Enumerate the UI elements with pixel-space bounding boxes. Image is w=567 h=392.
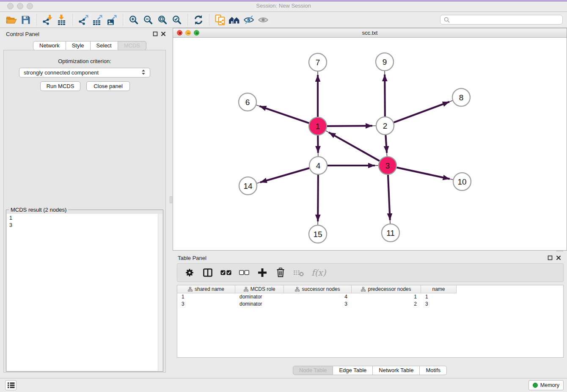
table-tab-node-table[interactable]: Node Table xyxy=(293,366,333,375)
home-button[interactable] xyxy=(227,13,242,27)
column-header-name[interactable]: name xyxy=(421,285,457,293)
table-tab-network-table[interactable]: Network Table xyxy=(372,366,420,375)
clone-network-button[interactable] xyxy=(213,13,227,27)
edge-1-6[interactable] xyxy=(259,106,309,123)
refresh-button[interactable] xyxy=(191,13,206,27)
cell-predecessor-nodes[interactable]: 1 xyxy=(352,293,421,301)
zoom-selected-button[interactable] xyxy=(170,13,184,27)
select-all-button[interactable] xyxy=(220,266,231,279)
mcds-result-textarea[interactable]: 13 xyxy=(7,214,162,371)
node-14[interactable]: 14 xyxy=(239,177,257,195)
svg-text:3: 3 xyxy=(385,161,390,170)
network-canvas[interactable]: 1234678910111415 xyxy=(173,38,567,250)
node-3[interactable]: 3 xyxy=(379,157,396,174)
tab-style[interactable]: Style xyxy=(66,41,91,50)
float-panel-button[interactable] xyxy=(152,31,158,37)
cell-name[interactable]: 3 xyxy=(421,301,457,308)
function-builder-button[interactable]: f(x) xyxy=(311,266,326,279)
zoom-out-button[interactable] xyxy=(141,13,155,27)
import-table-button[interactable] xyxy=(55,13,69,27)
search-input[interactable] xyxy=(452,17,559,23)
node-7[interactable]: 7 xyxy=(309,53,327,71)
column-header-mcds-role[interactable]: MCDS role xyxy=(235,285,284,293)
edge-3-11[interactable] xyxy=(388,175,390,220)
open-session-button[interactable] xyxy=(4,13,19,27)
tab-network[interactable]: Network xyxy=(33,41,66,50)
hide-panels-button[interactable] xyxy=(242,13,256,27)
tab-mcds[interactable]: MCDS xyxy=(118,41,146,50)
search-field[interactable] xyxy=(440,15,563,25)
export-image-button[interactable] xyxy=(105,13,119,27)
show-panels-button[interactable] xyxy=(256,13,270,27)
delete-table-icon xyxy=(293,268,304,277)
run-mcds-button[interactable]: Run MCDS xyxy=(40,81,80,91)
table-tab-motifs[interactable]: Motifs xyxy=(419,366,447,375)
node-4[interactable]: 4 xyxy=(309,157,327,174)
network-title: scc.txt xyxy=(173,30,567,36)
table-float-button[interactable] xyxy=(547,255,553,261)
zoom-fit-button[interactable] xyxy=(155,13,170,27)
add-column-button[interactable] xyxy=(257,266,268,279)
search-icon xyxy=(444,17,450,23)
network-window-titlebar[interactable]: scc.txt xyxy=(173,28,567,38)
table-row[interactable]: 1dominator411 xyxy=(177,293,563,301)
float-icon xyxy=(547,255,553,261)
network-graph[interactable]: 1234678910111415 xyxy=(173,38,567,251)
zoom-in-button[interactable] xyxy=(127,13,141,27)
edge-2-3[interactable] xyxy=(385,135,387,153)
column-header-shared-name[interactable]: shared name xyxy=(177,285,235,293)
edge-2-9[interactable] xyxy=(385,75,385,116)
node-2[interactable]: 2 xyxy=(376,117,394,135)
node-9[interactable]: 9 xyxy=(376,53,394,71)
deselect-all-button[interactable] xyxy=(239,266,250,279)
show-column-panel-button[interactable] xyxy=(202,266,213,279)
save-session-button[interactable] xyxy=(19,13,33,27)
edge-3-10[interactable] xyxy=(397,168,450,179)
export-table-button[interactable] xyxy=(91,13,105,27)
cell-predecessor-nodes[interactable]: 2 xyxy=(352,301,421,308)
node-6[interactable]: 6 xyxy=(239,93,256,111)
node-11[interactable]: 11 xyxy=(382,224,399,242)
tab-select[interactable]: Select xyxy=(90,41,118,50)
table-row[interactable]: 3dominator323 xyxy=(177,301,563,308)
node-1[interactable]: 1 xyxy=(309,117,327,135)
edge-4-15[interactable] xyxy=(318,175,318,221)
splitter-grip[interactable] xyxy=(170,196,172,203)
edge-3-1[interactable] xyxy=(329,133,380,161)
node-8[interactable]: 8 xyxy=(452,88,470,106)
cell-name[interactable]: 1 xyxy=(421,293,457,301)
memory-button[interactable]: Memory xyxy=(528,380,564,390)
criterion-dropdown[interactable]: strongly connected component xyxy=(19,68,150,77)
export-network-button[interactable] xyxy=(76,13,91,27)
cell-mcds-role[interactable]: dominator xyxy=(235,293,284,301)
node-10[interactable]: 10 xyxy=(453,173,471,190)
delete-table-button[interactable] xyxy=(293,266,304,279)
checked-boxes-icon xyxy=(220,270,231,276)
edge-1-2[interactable] xyxy=(327,126,372,126)
cell-successor-nodes[interactable]: 4 xyxy=(284,293,352,301)
vertical-splitter[interactable] xyxy=(169,28,173,373)
edge-4-14[interactable] xyxy=(260,168,309,182)
criterion-value: strongly connected component xyxy=(24,69,99,76)
cell-successor-nodes[interactable]: 3 xyxy=(284,301,352,308)
table-tab-edge-table[interactable]: Edge Table xyxy=(333,366,373,375)
cell-mcds-role[interactable]: dominator xyxy=(235,301,284,308)
close-panel-action-button[interactable]: Close panel xyxy=(86,81,130,91)
table-settings-button[interactable] xyxy=(184,266,195,279)
cell-shared-name[interactable]: 1 xyxy=(177,293,235,301)
node-15[interactable]: 15 xyxy=(309,225,327,243)
delete-column-button[interactable] xyxy=(275,266,286,279)
network-view-window: scc.txt 1234678910111415 xyxy=(173,28,567,251)
edge-2-8[interactable] xyxy=(394,102,449,122)
close-panel-button[interactable] xyxy=(160,31,166,37)
task-history-button[interactable] xyxy=(5,380,17,390)
gear-icon xyxy=(184,268,195,278)
table-close-button[interactable] xyxy=(556,255,561,261)
refresh-icon xyxy=(193,15,204,25)
svg-text:1: 1 xyxy=(316,122,320,131)
column-header-successor-nodes[interactable]: successor nodes xyxy=(284,285,352,293)
import-network-button[interactable] xyxy=(40,13,55,27)
cell-shared-name[interactable]: 3 xyxy=(177,301,235,308)
result-scrollbar[interactable] xyxy=(158,214,162,371)
column-header-predecessor-nodes[interactable]: predecessor nodes xyxy=(352,285,421,293)
